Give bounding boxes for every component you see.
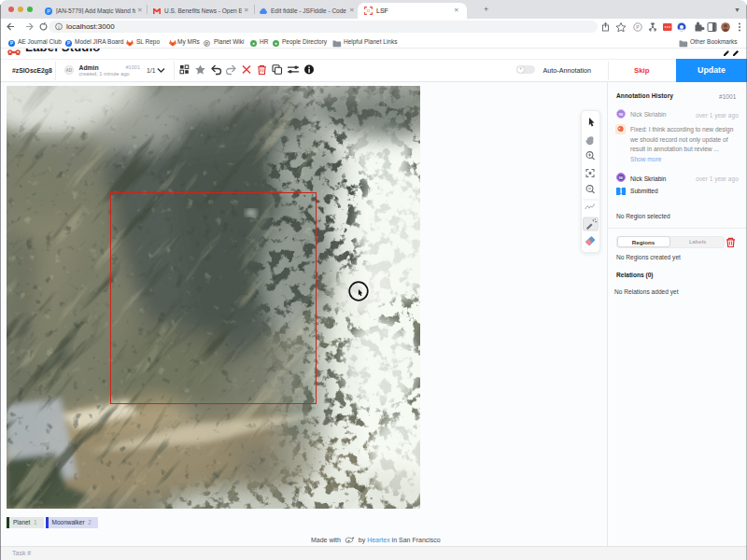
- svg-text:i: i: [58, 24, 60, 30]
- svg-text:P: P: [636, 24, 640, 30]
- svg-text:P: P: [47, 8, 50, 14]
